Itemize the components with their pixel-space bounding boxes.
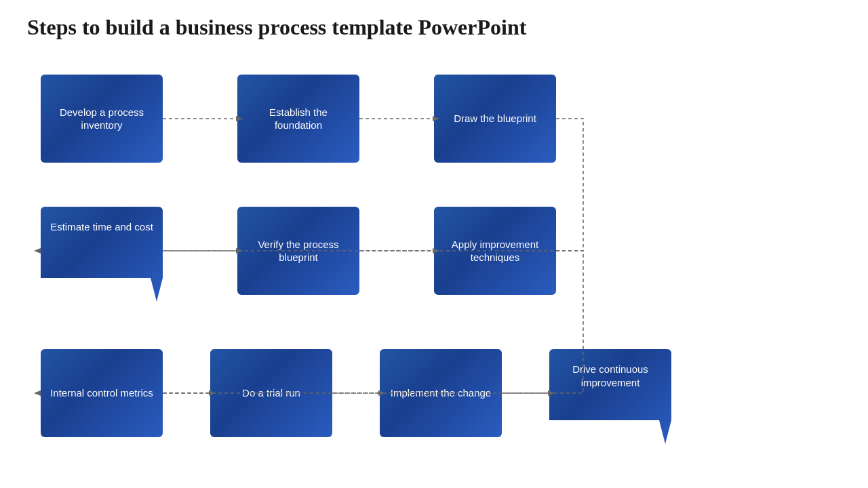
box-establish-foundation: Establish the foundation <box>237 75 359 163</box>
diagram-area: Develop a process inventory Establish th… <box>27 61 841 481</box>
box-develop-process: Develop a process inventory <box>41 75 163 163</box>
box-implement-change: Implement the change <box>380 349 502 437</box>
box-draw-blueprint: Draw the blueprint <box>434 75 556 163</box>
box-drive-improvement: Drive continuous improvement <box>549 349 671 444</box>
box-verify-process: Verify the process blueprint <box>237 207 359 295</box>
svg-marker-4 <box>34 248 41 253</box>
box-trial-run: Do a trial run <box>210 349 332 437</box>
box-internal-control: Internal control metrics <box>41 349 163 437</box>
box-apply-improvement: Apply improvement techniques <box>434 207 556 295</box>
svg-marker-9 <box>34 390 41 396</box>
page-title: Steps to build a business process templa… <box>0 0 868 47</box>
box-estimate-time: Estimate time and cost <box>41 207 163 302</box>
